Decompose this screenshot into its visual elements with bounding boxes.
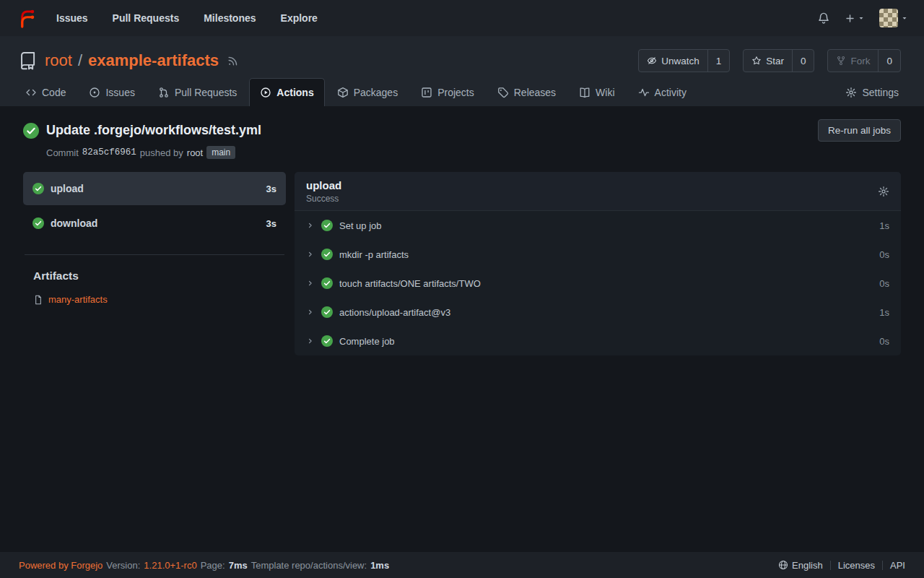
- commit-info: Commit 82a5cf6961 pushed by root main: [46, 146, 901, 159]
- rerun-all-jobs-button[interactable]: Re-run all jobs: [818, 119, 901, 142]
- licenses-link[interactable]: Licenses: [838, 560, 875, 571]
- globe-icon: [778, 560, 788, 570]
- job-item-download[interactable]: download 3s: [23, 207, 286, 240]
- repo-header: root / example-artifacts: [0, 36, 924, 106]
- chevron-right-icon: [306, 279, 315, 288]
- tag-icon: [497, 87, 509, 98]
- step-duration: 1s: [879, 220, 889, 231]
- step-duration: 1s: [879, 307, 889, 318]
- book-icon: [579, 87, 590, 98]
- page-time: 7ms: [229, 560, 248, 571]
- branch-badge[interactable]: main: [206, 146, 235, 159]
- tab-actions[interactable]: Actions: [249, 78, 324, 106]
- fork-count[interactable]: 0: [878, 50, 900, 72]
- version-label: Version:: [106, 560, 140, 571]
- tab-wiki[interactable]: Wiki: [568, 78, 625, 106]
- star-button-group: Star 0: [743, 49, 814, 72]
- step-row[interactable]: Set up job 1s: [295, 211, 901, 240]
- version-link[interactable]: 1.21.0+1-rc0: [144, 560, 196, 571]
- star-icon: [751, 56, 762, 66]
- job-detail-status: Success: [306, 194, 341, 204]
- pull-request-icon: [158, 87, 170, 98]
- steps-list: Set up job 1s mkdir -p artifacts 0s touc…: [295, 211, 901, 355]
- chevron-down-icon: [858, 14, 865, 22]
- navbar-right: [817, 9, 908, 27]
- create-new-menu[interactable]: [845, 13, 865, 24]
- commit-label: Commit: [46, 147, 79, 158]
- fork-icon: [836, 56, 846, 66]
- powered-by-link[interactable]: Powered by Forgejo: [19, 560, 103, 571]
- nav-issues[interactable]: Issues: [56, 12, 88, 24]
- repo-name-link[interactable]: example-artifacts: [88, 51, 219, 70]
- divider: [830, 561, 831, 570]
- pusher-link[interactable]: root: [187, 147, 203, 158]
- step-row[interactable]: touch artifacts/ONE artifacts/TWO 0s: [295, 269, 901, 298]
- tab-code[interactable]: Code: [14, 78, 77, 106]
- rss-icon[interactable]: [227, 56, 238, 66]
- chevron-right-icon: [306, 308, 315, 316]
- chevron-right-icon: [306, 221, 315, 230]
- fork-button[interactable]: Fork: [828, 50, 878, 72]
- chevron-right-icon: [306, 337, 315, 345]
- step-row[interactable]: actions/upload-artifact@v3 1s: [295, 298, 901, 327]
- language-selector[interactable]: English: [778, 560, 823, 571]
- notifications-bell-icon[interactable]: [817, 12, 830, 25]
- tab-projects[interactable]: Projects: [410, 78, 485, 106]
- step-duration: 0s: [879, 336, 889, 347]
- nav-pull-requests[interactable]: Pull Requests: [113, 12, 180, 24]
- avatar: [879, 9, 898, 27]
- step-success-icon: [321, 335, 333, 347]
- repo-owner-link[interactable]: root: [45, 51, 72, 70]
- play-circle-icon: [260, 87, 271, 98]
- watch-button-group: Unwatch 1: [638, 49, 730, 72]
- star-button[interactable]: Star: [744, 50, 792, 72]
- tab-packages[interactable]: Packages: [326, 78, 409, 106]
- job-options-gear-icon[interactable]: [878, 186, 889, 197]
- commit-sha-link[interactable]: 82a5cf6961: [82, 147, 136, 158]
- tab-settings[interactable]: Settings: [834, 78, 910, 106]
- watch-count[interactable]: 1: [707, 50, 730, 72]
- tab-activity[interactable]: Activity: [627, 78, 697, 106]
- repo-action-buttons: Unwatch 1 Star 0: [638, 49, 901, 72]
- plus-icon: [845, 13, 855, 24]
- nav-milestones[interactable]: Milestones: [204, 12, 256, 24]
- template-time: 1ms: [370, 560, 389, 571]
- tab-issues[interactable]: Issues: [78, 78, 145, 106]
- api-link[interactable]: API: [890, 560, 905, 571]
- gear-icon: [845, 87, 857, 98]
- star-label: Star: [766, 56, 784, 66]
- pulse-icon: [638, 87, 650, 98]
- eye-slash-icon: [647, 56, 657, 66]
- tab-pull-requests[interactable]: Pull Requests: [147, 78, 248, 106]
- artifact-item: many-artifacts: [23, 294, 286, 305]
- step-row[interactable]: mkdir -p artifacts 0s: [295, 240, 901, 269]
- step-duration: 0s: [879, 249, 889, 260]
- actions-run-view: Update .forgejo/workflows/test.yml Re-ru…: [0, 106, 924, 552]
- job-detail-title: upload: [306, 179, 341, 191]
- forgejo-logo-icon[interactable]: [16, 7, 38, 29]
- footer-links: English Licenses API: [778, 560, 905, 571]
- unwatch-label: Unwatch: [661, 56, 699, 66]
- template-label: Template repo/actions/view:: [251, 560, 367, 571]
- file-icon: [33, 295, 43, 305]
- step-success-icon: [321, 249, 333, 260]
- nav-explore[interactable]: Explore: [281, 12, 318, 24]
- unwatch-button[interactable]: Unwatch: [639, 50, 707, 72]
- chevron-right-icon: [306, 250, 315, 259]
- job-success-icon: [32, 217, 44, 229]
- divider: [882, 561, 883, 570]
- page: Issues Pull Requests Milestones Explore: [0, 0, 924, 578]
- tab-releases[interactable]: Releases: [487, 78, 567, 106]
- step-success-icon: [321, 220, 333, 231]
- divider: [25, 254, 284, 255]
- star-count[interactable]: 0: [792, 50, 814, 72]
- job-duration: 3s: [266, 218, 276, 229]
- breadcrumb-separator: /: [78, 51, 82, 70]
- artifact-link[interactable]: many-artifacts: [48, 294, 108, 305]
- user-menu[interactable]: [879, 9, 908, 27]
- project-board-icon: [421, 87, 432, 98]
- jobs-sidebar: upload 3s download 3s Artifacts man: [23, 172, 286, 355]
- job-item-upload[interactable]: upload 3s: [23, 172, 286, 205]
- step-row[interactable]: Complete job 0s: [295, 327, 901, 355]
- repo-icon: [19, 51, 38, 70]
